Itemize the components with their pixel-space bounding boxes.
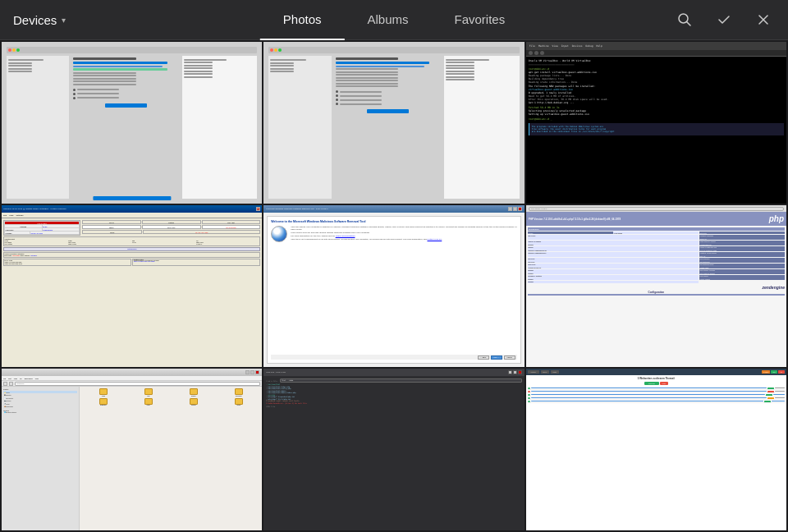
photo-cell-2[interactable] xyxy=(263,42,524,204)
devices-label: Devices xyxy=(13,13,57,27)
photo-cell-8[interactable]: New File - Find a File Find a File: find… xyxy=(263,369,524,530)
photo-cell-1[interactable] xyxy=(2,42,262,204)
search-icon[interactable] xyxy=(673,8,696,31)
close-icon[interactable] xyxy=(752,8,775,31)
photo-cell-6[interactable]: PHP Version 7.2.19-0... PHP Version 7.2.… xyxy=(526,205,786,367)
nav-tabs: Photos Albums Favorites xyxy=(260,0,528,40)
svg-line-1 xyxy=(687,22,691,26)
photo-cell-9[interactable]: Partnerix Forums Tickets ▲ Migrate New D… xyxy=(526,369,786,530)
top-bar: Devices ▾ Photos Albums Favorites xyxy=(0,0,788,40)
photos-grid: File Machine View Input Devices Debug He… xyxy=(0,40,788,532)
checkmark-icon[interactable] xyxy=(712,8,735,31)
photo-cell-4[interactable]: HWiNFO v5.26-4160 @ newtak GmbH VirtualB… xyxy=(2,205,262,367)
tab-photos[interactable]: Photos xyxy=(260,0,345,40)
photo-cell-5[interactable]: Microsoft Windows Malicious Software Rem… xyxy=(263,205,524,367)
photo-cell-3[interactable]: File Machine View Input Devices Debug He… xyxy=(526,42,786,204)
tab-favorites[interactable]: Favorites xyxy=(432,0,529,40)
top-icons xyxy=(673,8,775,31)
photo-cell-7[interactable]: FileEditViewGoBookmarksHelp /home/user/ … xyxy=(2,369,262,530)
chevron-down-icon: ▾ xyxy=(62,16,66,25)
devices-dropdown[interactable]: Devices ▾ xyxy=(13,13,66,27)
tab-albums[interactable]: Albums xyxy=(344,0,431,40)
